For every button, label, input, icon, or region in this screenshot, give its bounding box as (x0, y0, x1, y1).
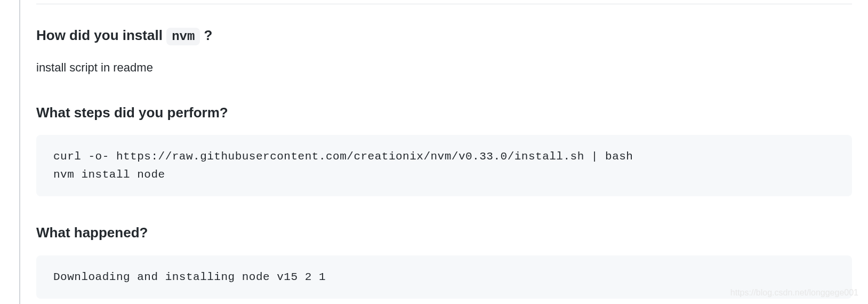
issue-body: How did you install nvm ? install script… (20, 0, 868, 299)
happened-heading: What happened? (36, 223, 852, 242)
section-happened: What happened? Downloading and installin… (36, 223, 852, 299)
steps-code-block: curl -o- https://raw.githubusercontent.c… (36, 135, 852, 196)
watermark-text: https://blog.csdn.net/longgege001 (730, 288, 858, 298)
install-heading: How did you install nvm ? (36, 26, 852, 46)
top-divider (36, 0, 852, 4)
install-heading-prefix: How did you install (36, 27, 166, 43)
install-heading-suffix: ? (200, 27, 212, 43)
section-install: How did you install nvm ? install script… (36, 26, 852, 76)
install-body: install script in readme (36, 59, 852, 76)
happened-code-block: Downloading and installing node v15 2 1 (36, 255, 852, 299)
section-steps: What steps did you perform? curl -o- htt… (36, 103, 852, 197)
issue-content-container: How did you install nvm ? install script… (19, 0, 868, 304)
steps-heading: What steps did you perform? (36, 103, 852, 122)
install-heading-code: nvm (166, 28, 200, 45)
